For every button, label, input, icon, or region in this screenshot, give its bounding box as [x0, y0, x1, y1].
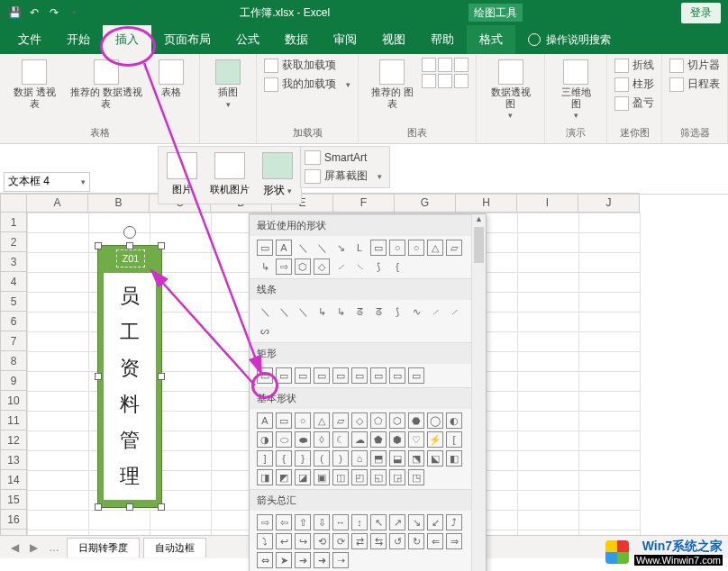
shape-option[interactable]: ⟍	[351, 258, 368, 275]
shape-option[interactable]: △	[427, 240, 443, 256]
column-header[interactable]: A	[27, 193, 88, 213]
shape-option[interactable]: ➤	[276, 552, 292, 568]
shape-option[interactable]: ⬠	[370, 412, 387, 429]
row-header[interactable]: 9	[0, 371, 27, 391]
shape-option[interactable]: ▱	[446, 240, 462, 256]
shape-option[interactable]: ↔	[332, 514, 349, 530]
chart-icon[interactable]	[438, 58, 452, 72]
shape-option[interactable]: ▭	[276, 367, 292, 384]
row-header[interactable]: 10	[0, 391, 27, 411]
shape-option[interactable]: ⟋	[332, 258, 349, 275]
tab-insert[interactable]: 插入	[103, 25, 151, 54]
shape-option[interactable]: ▭	[351, 367, 368, 384]
tab-home[interactable]: 开始	[54, 25, 103, 54]
column-header[interactable]: B	[88, 193, 150, 213]
tab-review[interactable]: 审阅	[321, 25, 369, 54]
shape-option[interactable]: ↩	[276, 533, 292, 549]
picture-button[interactable]: 图片	[159, 147, 206, 204]
scrollbar-thumb[interactable]	[474, 227, 484, 263]
resize-handle[interactable]	[158, 242, 165, 249]
pivot-table-button[interactable]: 数据 透视表	[7, 58, 62, 111]
chevron-down-icon[interactable]: ▾	[81, 177, 86, 186]
shape-option[interactable]: ＼	[276, 304, 292, 320]
pivot-chart-button[interactable]: 数据透视图▾	[484, 58, 537, 122]
shape-option[interactable]: ☁	[351, 431, 368, 448]
shape-option[interactable]: ▭	[257, 367, 273, 384]
tab-formula[interactable]: 公式	[223, 25, 272, 54]
shape-option[interactable]: ]	[257, 450, 273, 467]
illustrations-button[interactable]: 插图▾	[207, 58, 249, 111]
shape-option[interactable]: ◊	[314, 431, 330, 448]
shape-option[interactable]: ⬔	[408, 450, 424, 467]
shape-option[interactable]: ⬒	[370, 450, 387, 467]
shape-option[interactable]: ⚡	[427, 431, 443, 448]
shape-option[interactable]: ♡	[408, 431, 424, 448]
column-header[interactable]: J	[578, 193, 640, 213]
smartart-button[interactable]: SmartArt	[305, 150, 386, 165]
shape-option[interactable]: ◑	[257, 431, 273, 448]
shape-option[interactable]: {	[389, 258, 405, 275]
get-addins-button[interactable]: 获取加载项	[264, 58, 350, 73]
shape-option[interactable]: ↙	[427, 514, 443, 530]
row-header[interactable]: 4	[0, 272, 27, 292]
shape-option[interactable]: ◳	[408, 469, 424, 485]
shape-option[interactable]: ↖	[370, 514, 387, 530]
dropdown-scrollbar[interactable]: ▲ ▼	[471, 214, 486, 571]
shape-option[interactable]: {	[276, 450, 292, 467]
shape-option[interactable]: )	[332, 450, 349, 467]
shape-option[interactable]: ᘔ	[351, 304, 368, 320]
shape-option[interactable]: ↻	[408, 533, 424, 549]
shape-option[interactable]: ➜	[314, 552, 330, 568]
shape-option[interactable]: ↗	[389, 514, 405, 530]
shape-option[interactable]: ↘	[332, 240, 349, 256]
row-header[interactable]: 1	[0, 213, 27, 232]
shape-option[interactable]: ◇	[314, 258, 330, 275]
shape-option[interactable]: ○	[389, 240, 405, 256]
shape-option[interactable]: ◐	[446, 412, 462, 429]
chart-icon[interactable]	[422, 58, 436, 72]
3d-map-button[interactable]: 三维地 图▾	[552, 58, 599, 122]
chart-icon[interactable]	[438, 74, 452, 88]
shape-option[interactable]: △	[314, 412, 330, 429]
shape-option[interactable]: ↪	[295, 533, 311, 549]
shape-option[interactable]: (	[314, 450, 330, 467]
resize-handle[interactable]	[158, 503, 165, 511]
shape-option[interactable]: ⟋	[427, 304, 443, 320]
shape-option[interactable]: ⇧	[295, 514, 311, 530]
shape-option[interactable]: ⇄	[351, 533, 368, 549]
shape-option[interactable]: ⬬	[295, 431, 311, 448]
column-header[interactable]: I	[517, 193, 578, 213]
column-header[interactable]: H	[456, 193, 517, 213]
save-icon[interactable]: 💾	[7, 5, 22, 20]
row-header[interactable]: 6	[0, 312, 27, 331]
sheet-tab-1[interactable]: 日期转季度	[67, 538, 140, 557]
shape-option[interactable]: ⌂	[351, 450, 368, 467]
tab-layout[interactable]: 页面布局	[151, 25, 223, 54]
chart-icon[interactable]	[454, 74, 469, 88]
row-header[interactable]: 3	[0, 252, 27, 272]
timeline-button[interactable]: 日程表	[669, 77, 720, 92]
sheet-nav-prev-icon[interactable]: ◀	[7, 541, 23, 554]
shape-option[interactable]: ◫	[332, 469, 349, 485]
rotate-handle[interactable]	[123, 226, 136, 239]
shape-option[interactable]: ◱	[370, 469, 387, 485]
shape-option[interactable]: ⤵	[257, 533, 273, 549]
shape-option[interactable]: ▭	[389, 367, 405, 384]
tab-format[interactable]: 格式	[467, 25, 515, 54]
sheet-tab-2[interactable]: 自动边框	[143, 538, 206, 557]
shape-option[interactable]: ▭	[276, 412, 292, 429]
row-header[interactable]: 15	[0, 490, 27, 510]
shape-option[interactable]: [	[446, 431, 462, 448]
column-header[interactable]: G	[395, 193, 456, 213]
shape-option[interactable]: ↕	[351, 514, 368, 530]
shape-option[interactable]: A	[257, 412, 273, 429]
shape-option[interactable]: ᔕ	[257, 322, 273, 339]
shape-option[interactable]: ⬡	[389, 412, 405, 429]
row-header[interactable]: 11	[0, 411, 27, 431]
shape-option[interactable]: ＼	[295, 240, 311, 256]
screenshot-button[interactable]: 屏幕截图 ▾	[305, 168, 386, 184]
resize-handle[interactable]	[95, 242, 102, 249]
shape-option[interactable]: ◨	[257, 469, 273, 485]
row-header[interactable]: 5	[0, 292, 27, 312]
shape-option[interactable]: ▭	[370, 367, 387, 384]
